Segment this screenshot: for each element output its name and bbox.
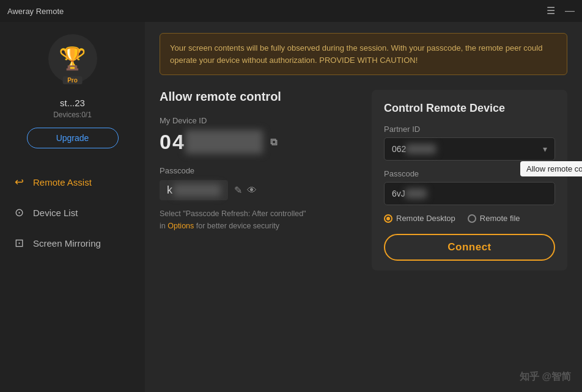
devices-count: Devices:0/1 <box>53 111 92 119</box>
radio-remote-desktop[interactable]: Remote Desktop <box>384 214 455 223</box>
menu-icon[interactable]: ☰ <box>547 6 555 16</box>
content-area: Your screen contents will be fully obser… <box>145 22 582 392</box>
sidebar-item-device-list[interactable]: ⊙ Device List <box>0 197 145 228</box>
passcode-edit-button[interactable]: ✎ <box>234 184 242 196</box>
radio-dot-desktop <box>384 214 392 223</box>
right-passcode-input[interactable]: 6vJxxxxx <box>384 182 555 205</box>
passcode-hint: Select "Passcode Refresh: After controll… <box>160 208 357 232</box>
sidebar-item-screen-mirroring[interactable]: ⊡ Screen Mirroring <box>0 228 145 258</box>
sidebar-item-label-screen-mirroring: Screen Mirroring <box>33 238 101 249</box>
partner-id-label: Partner ID <box>384 125 555 134</box>
device-id-value: 047 618 5 <box>160 130 263 154</box>
device-list-icon: ⊙ <box>12 206 26 219</box>
connect-button[interactable]: Connect <box>384 234 555 261</box>
sidebar: 🏆 Pro st...23 Devices:0/1 Upgrade ↩ Remo… <box>0 22 145 392</box>
screen-mirroring-icon: ⊡ <box>12 236 26 250</box>
chevron-down-icon: ▾ <box>543 144 547 154</box>
titlebar: Aweray Remote ☰ — <box>0 0 582 22</box>
avatar: 🏆 Pro <box>48 34 97 83</box>
radio-label-file: Remote file <box>480 214 520 223</box>
partner-id-select[interactable]: 062xxxxxxx ▾ <box>384 137 555 161</box>
tooltip-allow-remote: Allow remote control <box>520 161 582 176</box>
radio-dot-file <box>468 214 476 223</box>
passcode-label: Passcode <box>160 166 357 175</box>
pro-badge: Pro <box>62 76 83 84</box>
left-column: Allow remote control My Device ID 047 61… <box>160 90 372 381</box>
control-remote-title: Control Remote Device <box>384 102 555 115</box>
app-title: Aweray Remote <box>7 7 64 16</box>
passcode-actions: ✎ 👁 <box>234 184 257 196</box>
control-remote-panel: Control Remote Device Partner ID 062xxxx… <box>372 90 567 270</box>
sidebar-nav: ↩ Remote Assist ⊙ Device List ⊡ Screen M… <box>0 167 145 258</box>
partner-id-value: 062xxxxxxx <box>392 144 436 154</box>
copy-icon[interactable]: ⧉ <box>270 137 278 148</box>
trophy-icon: 🏆 <box>59 46 86 71</box>
window-controls: ☰ — <box>547 6 575 16</box>
allow-remote-title: Allow remote control <box>160 90 357 104</box>
main-layout: 🏆 Pro st...23 Devices:0/1 Upgrade ↩ Remo… <box>0 22 582 392</box>
username: st...23 <box>60 98 85 108</box>
mode-radio-group: Remote Desktop Remote file <box>384 214 555 223</box>
passcode-value: kxxxxxxx <box>160 180 228 200</box>
warning-text: Your screen contents will be fully obser… <box>170 43 542 65</box>
options-link[interactable]: Options <box>168 222 194 230</box>
radio-remote-file[interactable]: Remote file <box>468 214 520 223</box>
remote-assist-icon: ↩ <box>12 175 26 189</box>
upgrade-button[interactable]: Upgrade <box>27 128 119 148</box>
warning-banner: Your screen contents will be fully obser… <box>160 33 567 75</box>
sidebar-item-label-remote-assist: Remote Assist <box>33 177 92 187</box>
columns: Allow remote control My Device ID 047 61… <box>160 90 567 381</box>
device-id-label: My Device ID <box>160 116 357 125</box>
passcode-visibility-button[interactable]: 👁 <box>247 184 257 196</box>
right-column: Control Remote Device Partner ID 062xxxx… <box>372 90 567 381</box>
minimize-icon[interactable]: — <box>565 6 575 16</box>
device-id-row: 047 618 5 ⧉ <box>160 130 357 154</box>
watermark: 知乎 @智简 <box>520 371 571 383</box>
sidebar-item-label-device-list: Device List <box>33 208 78 218</box>
sidebar-item-remote-assist[interactable]: ↩ Remote Assist <box>0 167 145 197</box>
passcode-row: kxxxxxxx ✎ 👁 <box>160 180 357 200</box>
radio-label-desktop: Remote Desktop <box>396 214 455 223</box>
